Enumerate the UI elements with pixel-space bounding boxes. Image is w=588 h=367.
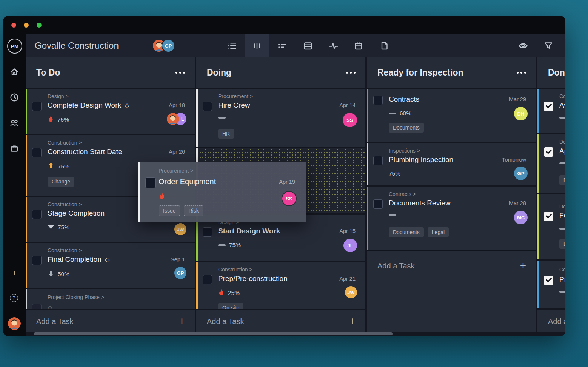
task-card[interactable]: De Ap D [537,134,565,193]
assignee-avatar[interactable]: JW [345,286,357,298]
task-checkbox[interactable] [203,227,212,237]
tag-on-site[interactable]: On-site [218,303,243,309]
task-checkbox-checked[interactable] [544,102,553,111]
card-breadcrumb[interactable]: Construction > [48,201,82,207]
task-checkbox[interactable] [32,148,42,157]
assignee-avatar[interactable]: SS [343,113,357,127]
team-icon[interactable] [10,119,19,128]
user-avatar[interactable] [8,317,21,330]
card-breadcrumb[interactable]: Co [559,93,565,99]
board-view-icon[interactable] [252,41,262,50]
tag-risk[interactable]: Risk [184,205,203,216]
task-checkbox-checked[interactable] [544,147,553,157]
card-title: Contracts [389,95,419,103]
tag-issue[interactable]: Issue [159,205,180,216]
assignee-avatar[interactable]: JW [174,223,186,235]
tag-clipped[interactable]: D [559,175,565,185]
task-card[interactable]: Design > Complete Design Work◇ Apr 18 75… [26,89,195,134]
task-checkbox[interactable] [32,304,42,309]
card-breadcrumb[interactable]: De [559,139,565,145]
task-checkbox[interactable] [373,156,383,165]
tag-change[interactable]: Change [48,177,74,187]
card-breadcrumb[interactable]: Construction > [218,267,252,273]
task-card[interactable]: Procurement > Hire Crew Apr 14 HR SS [196,89,365,147]
tag-documents[interactable]: Documents [389,123,424,133]
task-card[interactable]: Design > Start Design Work Apr 15 75% JL [196,215,365,261]
assignee-avatar-photo[interactable] [167,113,179,125]
add-task-row[interactable]: Add a [537,310,565,332]
task-card[interactable]: Construction > Prep/Pre-construction Apr… [196,262,365,309]
task-card[interactable]: Co Av [537,89,565,133]
calendar-view-icon[interactable] [354,41,363,50]
assignee-avatar[interactable]: GP [174,267,186,279]
task-checkbox[interactable] [32,210,42,219]
tag-clipped[interactable]: D [559,239,565,249]
list-view-icon[interactable] [228,41,237,50]
tag-hr[interactable]: HR [218,129,234,139]
more-options-icon[interactable] [517,72,526,74]
card-breadcrumb[interactable]: Inspections > [389,148,420,154]
add-icon[interactable]: + [10,268,19,278]
dash-progress-icon [218,117,226,119]
card-breadcrumb[interactable]: Procurement > [218,93,253,99]
task-card[interactable]: De Fe D [537,194,565,259]
dragged-task-card[interactable]: Procurement > Order Equipment Apr 19 Iss… [138,162,306,222]
task-checkbox[interactable] [32,102,42,111]
task-checkbox[interactable] [373,96,383,105]
member-avatar-gp[interactable]: GP [162,39,175,52]
tag-documents[interactable]: Documents [389,227,424,237]
assignee-avatar[interactable]: MC [514,211,528,224]
home-icon[interactable] [10,67,19,76]
task-checkbox[interactable] [203,102,212,111]
card-breadcrumb[interactable]: Contracts > [389,191,416,197]
recent-clock-icon[interactable] [10,93,19,102]
plus-glyph: + [12,268,17,278]
task-card[interactable]: Contracts Mar 29 60% Documents DH [367,89,536,142]
card-breadcrumb[interactable]: Co [559,267,565,273]
tag-legal[interactable]: Legal [428,227,449,237]
sheet-view-icon[interactable] [303,41,312,50]
task-checkbox-checked[interactable] [544,212,553,221]
horizontal-scrollbar[interactable] [34,332,393,335]
more-options-icon[interactable] [175,72,185,74]
close-window-button[interactable] [11,23,16,28]
task-card-clipped[interactable]: Project Closing Phase > ◇ [26,289,195,309]
sidebar-divider [6,113,23,113]
milestone-icon: ◇ [125,102,129,109]
projectmanager-logo[interactable]: PM [7,39,22,54]
assignee-avatar[interactable]: JL [343,239,357,252]
task-checkbox[interactable] [145,177,156,188]
more-options-icon[interactable] [346,72,356,74]
card-breadcrumb[interactable]: Design > [48,93,69,99]
task-card[interactable]: Contracts > Documents Review Mar 28 Docu… [367,187,536,250]
filter-icon[interactable] [544,41,553,50]
assignee-avatar[interactable]: DH [514,107,528,120]
activity-view-icon[interactable] [329,41,338,50]
projects-briefcase-icon[interactable] [10,144,19,153]
task-checkbox[interactable] [373,199,383,209]
gantt-view-icon[interactable] [278,41,287,50]
card-breadcrumb[interactable]: Construction > [48,140,82,146]
task-card[interactable]: Construction > Final Completion◇ Sep 1 5… [26,243,195,288]
assignee-avatar[interactable]: SS [282,191,297,206]
watch-eye-icon[interactable] [519,41,528,50]
due-date: Mar 28 [509,200,526,206]
card-breadcrumb[interactable]: De [559,204,565,210]
zoom-window-button[interactable] [37,23,42,28]
task-checkbox[interactable] [203,275,212,284]
assignee-avatar[interactable]: GP [514,167,528,180]
task-checkbox-checked[interactable] [544,276,553,285]
task-card[interactable]: Co Pr [537,261,565,308]
card-breadcrumb[interactable]: Construction > [48,247,82,253]
due-date: Mar 29 [509,96,526,102]
card-breadcrumb[interactable]: Project Closing Phase > [48,294,104,300]
card-breadcrumb[interactable]: Procurement > [159,168,193,174]
help-icon[interactable]: ? [10,294,18,302]
document-view-icon[interactable] [380,41,389,50]
add-task-row[interactable]: Add a Task + [367,250,536,281]
task-checkbox[interactable] [32,256,42,265]
add-task-row[interactable]: Add a Task + [26,310,195,332]
minimize-window-button[interactable] [24,23,29,28]
task-card[interactable]: Inspections > Plumbing Inspection Tomorr… [367,143,536,185]
add-task-row[interactable]: Add a Task + [196,310,365,332]
